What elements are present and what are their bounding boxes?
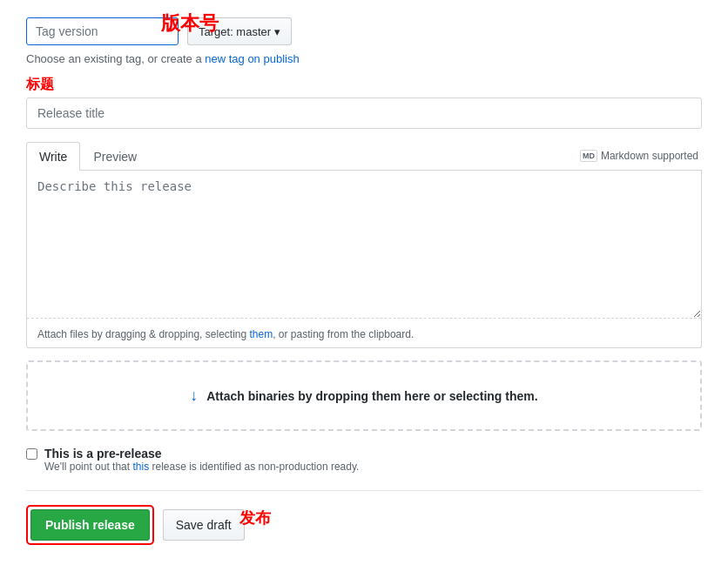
pre-release-desc: We'll point out that this release is ide… (44, 461, 359, 473)
pre-release-title: This is a pre-release (44, 447, 359, 461)
title-label-wrapper: 标题 (26, 76, 702, 94)
tag-version-input[interactable] (26, 17, 179, 45)
new-tag-link[interactable]: new tag on publish (205, 52, 299, 65)
hint-text: Choose an existing tag, or create a (26, 52, 205, 65)
pre-release-desc-suffix: release is identified as non-production … (149, 461, 359, 473)
title-section-label: 标题 (26, 76, 54, 94)
release-title-input[interactable] (26, 98, 702, 129)
markdown-icon: MD (580, 150, 597, 162)
description-footer: Attach files by dragging & dropping, sel… (27, 321, 701, 347)
attach-binaries-area[interactable]: ↓ Attach binaries by dropping them here … (26, 360, 702, 431)
attach-text-middle: , or pasting from the clipboard. (273, 328, 414, 340)
publish-btn-wrapper: Publish release (26, 505, 154, 545)
tag-row: 版本号 Target: master ▾ (26, 17, 702, 45)
attach-binaries-text: Attach binaries by dropping them here or… (206, 389, 537, 403)
publish-release-button[interactable]: Publish release (30, 509, 150, 541)
description-textarea[interactable] (27, 171, 701, 319)
pre-release-link[interactable]: this (132, 461, 149, 473)
pre-release-text: This is a pre-release We'll point out th… (44, 447, 359, 473)
actions-row: Publish release Save draft 发布 (26, 490, 702, 545)
attach-link[interactable]: them (249, 328, 273, 340)
tab-preview[interactable]: Preview (80, 142, 150, 171)
download-icon: ↓ (190, 387, 198, 404)
pre-release-desc-prefix: We'll point out that (44, 461, 132, 473)
pre-release-section: This is a pre-release We'll point out th… (26, 447, 702, 473)
editor-tabs: Write Preview MD Markdown supported (26, 141, 702, 171)
pre-release-checkbox[interactable] (26, 448, 37, 460)
attach-text-prefix: Attach files by dragging & dropping, sel… (37, 328, 249, 340)
save-draft-button[interactable]: Save draft (163, 509, 245, 541)
description-area-wrapper: Attach files by dragging & dropping, sel… (26, 171, 702, 348)
target-label: Target: master (199, 25, 271, 38)
tag-hint: Choose an existing tag, or create a new … (26, 52, 702, 65)
target-branch-button[interactable]: Target: master ▾ (187, 17, 292, 45)
markdown-supported-text: Markdown supported (601, 150, 698, 162)
chevron-down-icon: ▾ (274, 25, 280, 38)
tab-write[interactable]: Write (26, 142, 80, 171)
markdown-label: MD Markdown supported (580, 150, 702, 162)
release-form: 版本号 Target: master ▾ Choose an existing … (26, 17, 702, 545)
